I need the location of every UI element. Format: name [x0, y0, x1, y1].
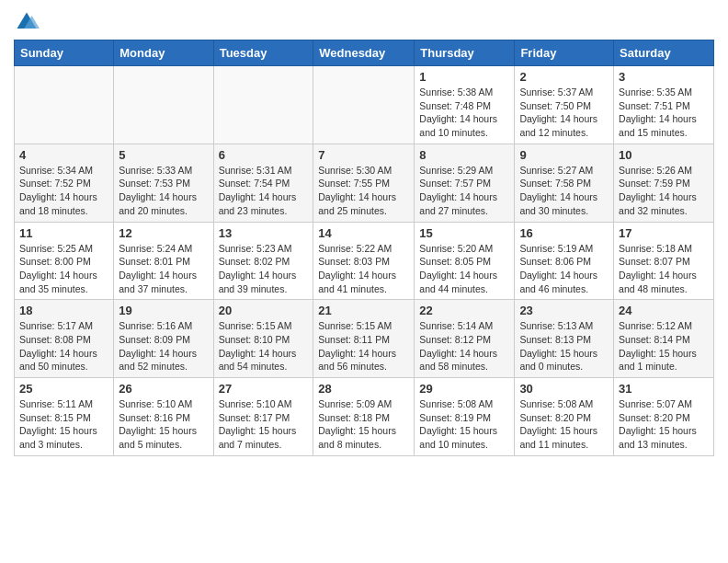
- calendar-cell: 14Sunrise: 5:22 AM Sunset: 8:03 PM Dayli…: [313, 222, 415, 300]
- calendar-week-row: 4Sunrise: 5:34 AM Sunset: 7:52 PM Daylig…: [15, 144, 714, 222]
- day-number: 20: [219, 304, 309, 317]
- day-info: Sunrise: 5:26 AM Sunset: 7:59 PM Dayligh…: [619, 164, 709, 218]
- calendar-cell: 11Sunrise: 5:25 AM Sunset: 8:00 PM Dayli…: [15, 222, 114, 300]
- day-number: 21: [318, 304, 409, 317]
- day-info: Sunrise: 5:24 AM Sunset: 8:01 PM Dayligh…: [119, 242, 208, 296]
- calendar-cell: 30Sunrise: 5:08 AM Sunset: 8:20 PM Dayli…: [515, 378, 614, 456]
- calendar-day-header: Tuesday: [213, 40, 313, 66]
- day-number: 11: [19, 226, 108, 240]
- calendar-cell: 15Sunrise: 5:20 AM Sunset: 8:05 PM Dayli…: [415, 222, 515, 300]
- day-number: 19: [119, 304, 208, 317]
- page-header: [14, 9, 714, 35]
- calendar-week-row: 1Sunrise: 5:38 AM Sunset: 7:48 PM Daylig…: [15, 66, 714, 144]
- calendar-week-row: 25Sunrise: 5:11 AM Sunset: 8:15 PM Dayli…: [15, 378, 714, 456]
- day-number: 7: [318, 148, 409, 162]
- calendar-cell: 18Sunrise: 5:17 AM Sunset: 8:08 PM Dayli…: [15, 300, 114, 378]
- calendar-cell: 4Sunrise: 5:34 AM Sunset: 7:52 PM Daylig…: [15, 144, 114, 222]
- calendar-cell: 1Sunrise: 5:38 AM Sunset: 7:48 PM Daylig…: [415, 66, 515, 144]
- day-info: Sunrise: 5:08 AM Sunset: 8:20 PM Dayligh…: [519, 397, 609, 452]
- day-info: Sunrise: 5:07 AM Sunset: 8:20 PM Dayligh…: [619, 397, 709, 452]
- calendar-cell: 12Sunrise: 5:24 AM Sunset: 8:01 PM Dayli…: [114, 222, 213, 300]
- day-number: 13: [219, 226, 309, 240]
- calendar-cell: 28Sunrise: 5:09 AM Sunset: 8:18 PM Dayli…: [313, 378, 415, 456]
- day-number: 12: [119, 226, 208, 240]
- logo-icon: [14, 9, 40, 35]
- day-info: Sunrise: 5:35 AM Sunset: 7:51 PM Dayligh…: [619, 86, 709, 140]
- day-info: Sunrise: 5:12 AM Sunset: 8:14 PM Dayligh…: [619, 319, 709, 373]
- calendar-cell: 13Sunrise: 5:23 AM Sunset: 8:02 PM Dayli…: [213, 222, 313, 300]
- day-number: 17: [619, 226, 709, 240]
- day-number: 26: [119, 382, 208, 396]
- calendar-cell: 27Sunrise: 5:10 AM Sunset: 8:17 PM Dayli…: [213, 378, 313, 456]
- calendar-day-header: Friday: [515, 40, 614, 66]
- day-info: Sunrise: 5:14 AM Sunset: 8:12 PM Dayligh…: [419, 319, 509, 373]
- day-info: Sunrise: 5:29 AM Sunset: 7:57 PM Dayligh…: [419, 164, 509, 218]
- day-number: 23: [519, 304, 609, 317]
- day-number: 6: [219, 148, 309, 162]
- calendar-cell: [313, 66, 415, 144]
- day-info: Sunrise: 5:37 AM Sunset: 7:50 PM Dayligh…: [519, 86, 609, 140]
- day-info: Sunrise: 5:33 AM Sunset: 7:53 PM Dayligh…: [119, 164, 208, 218]
- day-number: 27: [219, 382, 309, 396]
- day-info: Sunrise: 5:15 AM Sunset: 8:11 PM Dayligh…: [318, 319, 409, 373]
- day-number: 8: [419, 148, 509, 162]
- calendar-table: SundayMondayTuesdayWednesdayThursdayFrid…: [14, 40, 714, 456]
- day-info: Sunrise: 5:11 AM Sunset: 8:15 PM Dayligh…: [19, 397, 108, 452]
- day-number: 4: [19, 148, 108, 162]
- calendar-header-row: SundayMondayTuesdayWednesdayThursdayFrid…: [15, 40, 714, 66]
- calendar-cell: 8Sunrise: 5:29 AM Sunset: 7:57 PM Daylig…: [415, 144, 515, 222]
- day-info: Sunrise: 5:31 AM Sunset: 7:54 PM Dayligh…: [219, 164, 309, 218]
- day-number: 9: [519, 148, 609, 162]
- calendar-cell: 3Sunrise: 5:35 AM Sunset: 7:51 PM Daylig…: [614, 66, 714, 144]
- calendar-cell: 5Sunrise: 5:33 AM Sunset: 7:53 PM Daylig…: [114, 144, 213, 222]
- calendar-cell: 6Sunrise: 5:31 AM Sunset: 7:54 PM Daylig…: [213, 144, 313, 222]
- day-info: Sunrise: 5:27 AM Sunset: 7:58 PM Dayligh…: [519, 164, 609, 218]
- calendar-week-row: 11Sunrise: 5:25 AM Sunset: 8:00 PM Dayli…: [15, 222, 714, 300]
- day-number: 10: [619, 148, 709, 162]
- calendar-cell: 20Sunrise: 5:15 AM Sunset: 8:10 PM Dayli…: [213, 300, 313, 378]
- calendar-cell: 19Sunrise: 5:16 AM Sunset: 8:09 PM Dayli…: [114, 300, 213, 378]
- day-info: Sunrise: 5:15 AM Sunset: 8:10 PM Dayligh…: [219, 319, 309, 373]
- day-number: 15: [419, 226, 509, 240]
- calendar-cell: 31Sunrise: 5:07 AM Sunset: 8:20 PM Dayli…: [614, 378, 714, 456]
- day-info: Sunrise: 5:08 AM Sunset: 8:19 PM Dayligh…: [419, 397, 509, 452]
- day-info: Sunrise: 5:20 AM Sunset: 8:05 PM Dayligh…: [419, 242, 509, 296]
- day-number: 28: [318, 382, 409, 396]
- day-number: 2: [519, 70, 609, 84]
- day-info: Sunrise: 5:30 AM Sunset: 7:55 PM Dayligh…: [318, 164, 409, 218]
- day-number: 3: [619, 70, 709, 84]
- calendar-cell: 7Sunrise: 5:30 AM Sunset: 7:55 PM Daylig…: [313, 144, 415, 222]
- day-number: 16: [519, 226, 609, 240]
- day-info: Sunrise: 5:25 AM Sunset: 8:00 PM Dayligh…: [19, 242, 108, 296]
- day-info: Sunrise: 5:34 AM Sunset: 7:52 PM Dayligh…: [19, 164, 108, 218]
- calendar-day-header: Saturday: [614, 40, 714, 66]
- day-number: 29: [419, 382, 509, 396]
- day-number: 1: [419, 70, 509, 84]
- calendar-cell: 16Sunrise: 5:19 AM Sunset: 8:06 PM Dayli…: [515, 222, 614, 300]
- day-number: 30: [519, 382, 609, 396]
- calendar-cell: 22Sunrise: 5:14 AM Sunset: 8:12 PM Dayli…: [415, 300, 515, 378]
- day-info: Sunrise: 5:18 AM Sunset: 8:07 PM Dayligh…: [619, 242, 709, 296]
- calendar-cell: 25Sunrise: 5:11 AM Sunset: 8:15 PM Dayli…: [15, 378, 114, 456]
- day-number: 31: [619, 382, 709, 396]
- day-number: 22: [419, 304, 509, 317]
- day-number: 24: [619, 304, 709, 317]
- day-info: Sunrise: 5:09 AM Sunset: 8:18 PM Dayligh…: [318, 397, 409, 452]
- calendar-cell: 21Sunrise: 5:15 AM Sunset: 8:11 PM Dayli…: [313, 300, 415, 378]
- calendar-day-header: Monday: [114, 40, 213, 66]
- day-info: Sunrise: 5:16 AM Sunset: 8:09 PM Dayligh…: [119, 319, 208, 373]
- calendar-cell: 23Sunrise: 5:13 AM Sunset: 8:13 PM Dayli…: [515, 300, 614, 378]
- day-info: Sunrise: 5:19 AM Sunset: 8:06 PM Dayligh…: [519, 242, 609, 296]
- logo: [14, 9, 44, 35]
- day-info: Sunrise: 5:23 AM Sunset: 8:02 PM Dayligh…: [219, 242, 309, 296]
- calendar-week-row: 18Sunrise: 5:17 AM Sunset: 8:08 PM Dayli…: [15, 300, 714, 378]
- calendar-cell: 10Sunrise: 5:26 AM Sunset: 7:59 PM Dayli…: [614, 144, 714, 222]
- day-number: 5: [119, 148, 208, 162]
- calendar-cell: 26Sunrise: 5:10 AM Sunset: 8:16 PM Dayli…: [114, 378, 213, 456]
- day-number: 18: [19, 304, 108, 317]
- calendar-cell: 9Sunrise: 5:27 AM Sunset: 7:58 PM Daylig…: [515, 144, 614, 222]
- calendar-cell: 24Sunrise: 5:12 AM Sunset: 8:14 PM Dayli…: [614, 300, 714, 378]
- calendar-day-header: Wednesday: [313, 40, 415, 66]
- day-info: Sunrise: 5:17 AM Sunset: 8:08 PM Dayligh…: [19, 319, 108, 373]
- day-number: 25: [19, 382, 108, 396]
